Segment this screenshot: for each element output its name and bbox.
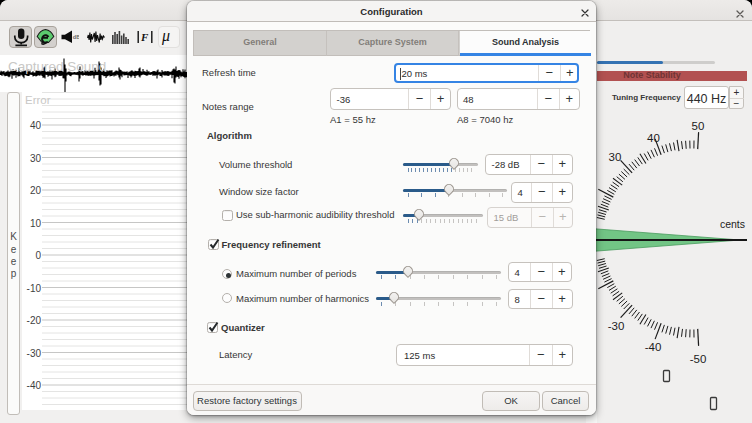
svg-text:-40: -40 — [645, 341, 662, 353]
svg-text:F: F — [140, 31, 149, 43]
svg-text:-30: -30 — [608, 320, 625, 332]
svg-text:-50: -50 — [690, 353, 707, 365]
svg-text:30: 30 — [609, 151, 622, 163]
svg-text:40: 40 — [647, 132, 660, 144]
svg-text:cents: cents — [720, 218, 745, 230]
svg-text:dB: dB — [73, 34, 79, 40]
svg-text:50: 50 — [692, 120, 705, 132]
